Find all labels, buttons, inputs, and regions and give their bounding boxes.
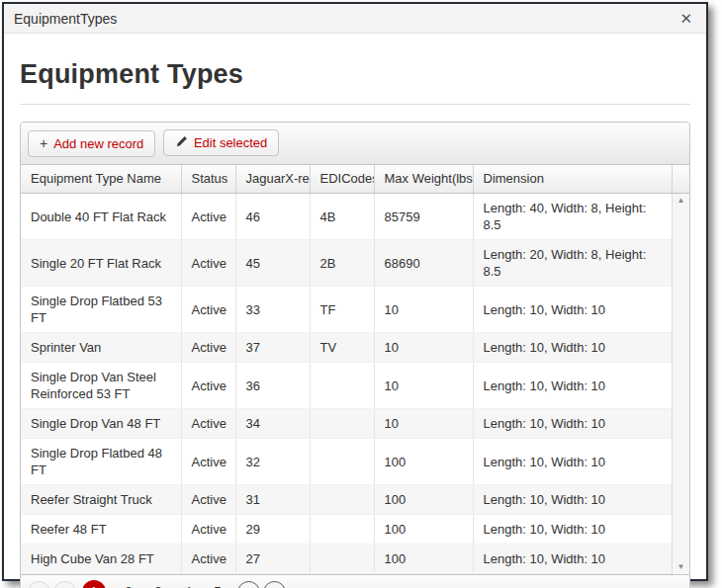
page-number-button[interactable]: 2 bbox=[118, 584, 139, 588]
table-cell: 68690 bbox=[374, 240, 473, 287]
table-cell: Length: 10, Width: 10 bbox=[473, 363, 672, 409]
table-cell: 45 bbox=[235, 240, 310, 287]
table-row[interactable]: Single 20 FT Flat RackActive452B68690Len… bbox=[21, 240, 672, 287]
table-cell: Active bbox=[181, 515, 235, 545]
table-row[interactable]: Single Drop Van 48 FTActive3410Length: 1… bbox=[21, 409, 672, 439]
table-row[interactable]: Single Drop Flatbed 53 FTActive33TF10Len… bbox=[21, 287, 672, 333]
grid-header: Equipment Type NameStatusJaguarX-refEDIC… bbox=[21, 165, 689, 195]
pager-nav: 1 2345 bbox=[28, 580, 286, 588]
column-header[interactable]: Status bbox=[181, 165, 235, 194]
column-header[interactable]: JaguarX-ref bbox=[235, 165, 310, 194]
previous-page-button[interactable] bbox=[53, 581, 76, 588]
grid-pager: 1 2345 1 - 10 of 43 items bbox=[21, 574, 689, 588]
table-cell: Single 20 FT Flat Rack bbox=[21, 240, 181, 287]
table-row[interactable]: High Cube Van 28 FTActive27100Length: 10… bbox=[21, 545, 672, 574]
table-cell: Single Drop Flatbed 53 FT bbox=[21, 287, 181, 333]
table-cell: TV bbox=[310, 333, 374, 363]
heading-divider bbox=[20, 104, 690, 105]
table-cell: 27 bbox=[235, 545, 310, 574]
page-number-list: 2345 bbox=[118, 584, 228, 588]
table-cell bbox=[310, 545, 374, 574]
add-new-record-label: Add new record bbox=[53, 136, 143, 151]
table-cell: 100 bbox=[374, 545, 473, 574]
table-cell: Active bbox=[181, 363, 235, 409]
close-icon[interactable]: ✕ bbox=[676, 9, 696, 28]
table-row[interactable]: Reefer Straight TruckActive31100Length: … bbox=[21, 485, 672, 515]
table-cell: 37 bbox=[235, 333, 310, 363]
table-cell: 100 bbox=[374, 439, 473, 485]
table-cell: Length: 20, Width: 8, Height: 8.5 bbox=[473, 240, 672, 287]
table-row[interactable]: Reefer 48 FTActive29100Length: 10, Width… bbox=[21, 515, 672, 545]
table-cell: 32 bbox=[235, 439, 310, 485]
table-cell: 46 bbox=[235, 194, 310, 240]
table-cell: 2B bbox=[310, 240, 374, 287]
table-row[interactable]: Double 40 FT Flat RackActive464B85759Len… bbox=[21, 194, 672, 240]
table-cell: Active bbox=[181, 439, 235, 485]
table-cell: 31 bbox=[235, 485, 310, 515]
page-number-button[interactable]: 5 bbox=[207, 584, 228, 588]
table-cell: Active bbox=[181, 545, 235, 574]
table-cell: TF bbox=[310, 287, 374, 333]
column-header[interactable]: EDICodes bbox=[310, 165, 374, 194]
table-cell bbox=[310, 485, 374, 515]
table-cell: Active bbox=[181, 287, 235, 333]
table-row[interactable]: Single Drop Flatbed 48 FTActive32100Leng… bbox=[21, 439, 672, 485]
table-cell: High Cube Van 28 FT bbox=[21, 545, 181, 574]
table-cell: 85759 bbox=[374, 194, 473, 240]
table-cell bbox=[310, 515, 374, 545]
page-number-button[interactable]: 3 bbox=[147, 584, 169, 588]
edit-selected-label: Edit selected bbox=[194, 135, 267, 150]
dialog-title: EquipmentTypes bbox=[14, 11, 117, 27]
table-cell: Single Drop Van 48 FT bbox=[21, 409, 181, 439]
table-cell: 33 bbox=[235, 287, 310, 333]
table-cell: Active bbox=[181, 485, 235, 515]
grid-toolbar: + Add new record Edit selected bbox=[21, 123, 689, 165]
table-cell: 100 bbox=[374, 485, 473, 515]
table-cell: 29 bbox=[235, 515, 310, 545]
table-cell: 10 bbox=[374, 363, 473, 409]
column-header[interactable]: Equipment Type Name bbox=[21, 165, 181, 194]
current-page-badge[interactable]: 1 bbox=[82, 580, 106, 588]
table-cell: Length: 10, Width: 10 bbox=[473, 333, 672, 363]
pager-info: 1 - 10 of 43 items bbox=[581, 585, 679, 588]
table-cell: Active bbox=[181, 333, 235, 363]
table-row[interactable]: Sprinter VanActive37TV10Length: 10, Widt… bbox=[21, 333, 672, 363]
last-page-button[interactable] bbox=[263, 581, 286, 588]
scroll-down-icon[interactable]: ▼ bbox=[677, 563, 685, 571]
table-cell: 10 bbox=[374, 287, 473, 333]
table-cell: Single Drop Flatbed 48 FT bbox=[21, 439, 181, 485]
pencil-icon bbox=[175, 135, 188, 150]
next-page-button[interactable] bbox=[237, 581, 260, 588]
table-cell: Reefer Straight Truck bbox=[21, 485, 181, 515]
equipment-types-dialog: EquipmentTypes ✕ Equipment Types + Add n… bbox=[2, 2, 708, 581]
edit-selected-button[interactable]: Edit selected bbox=[163, 129, 279, 156]
table-cell: Active bbox=[181, 194, 235, 240]
table-cell: Length: 10, Width: 10 bbox=[473, 545, 672, 574]
header-scroll-spacer bbox=[672, 165, 689, 194]
table-cell: 34 bbox=[235, 409, 310, 439]
vertical-scrollbar[interactable]: ▲ ▼ bbox=[672, 194, 689, 574]
table-cell: 100 bbox=[374, 515, 473, 545]
page-number-button[interactable]: 4 bbox=[177, 584, 199, 588]
table-cell: Sprinter Van bbox=[21, 333, 181, 363]
dialog-content: Equipment Types + Add new record Edit se… bbox=[4, 34, 706, 588]
add-new-record-button[interactable]: + Add new record bbox=[28, 130, 155, 157]
table-cell: Active bbox=[181, 409, 235, 439]
table-cell: 10 bbox=[374, 333, 473, 363]
grid-body: Double 40 FT Flat RackActive464B85759Len… bbox=[21, 194, 672, 574]
column-header[interactable]: Dimension bbox=[473, 165, 672, 194]
table-cell: Length: 10, Width: 10 bbox=[473, 287, 672, 333]
table-row[interactable]: Single Drop Van Steel Reinforced 53 FTAc… bbox=[21, 363, 672, 409]
table-cell: Single Drop Van Steel Reinforced 53 FT bbox=[21, 363, 181, 409]
table-cell: Length: 10, Width: 10 bbox=[473, 409, 672, 439]
table-cell: Length: 10, Width: 10 bbox=[473, 515, 672, 545]
column-header[interactable]: Max Weight(lbs) bbox=[374, 165, 473, 194]
page-title: Equipment Types bbox=[20, 59, 690, 90]
table-cell: 36 bbox=[235, 363, 310, 409]
header-row: Equipment Type NameStatusJaguarX-refEDIC… bbox=[21, 165, 689, 194]
table-cell: 10 bbox=[374, 409, 473, 439]
grid-body-table: Double 40 FT Flat RackActive464B85759Len… bbox=[21, 194, 672, 574]
scroll-up-icon[interactable]: ▲ bbox=[677, 197, 685, 205]
table-cell: Reefer 48 FT bbox=[21, 515, 181, 545]
first-page-button[interactable] bbox=[28, 581, 50, 588]
